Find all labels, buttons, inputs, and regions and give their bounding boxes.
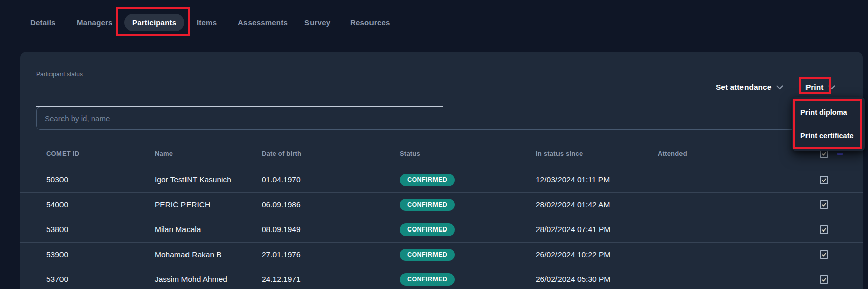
tab-bar: DetailsManagersParticipantsItemsAssessme… <box>0 0 868 39</box>
tab-participants[interactable]: Participants <box>124 14 184 31</box>
attended-checkbox[interactable] <box>820 250 828 259</box>
cell-name: PERIĆ PERICH <box>155 193 210 217</box>
cell-date-of-birth: 24.12.1971 <box>262 267 301 289</box>
cell-date-of-birth: 08.09.1949 <box>262 217 301 242</box>
cell-attended <box>820 217 828 242</box>
set-attendance-label: Set attendance <box>716 81 771 94</box>
cell-comet-id: 54000 <box>46 193 68 217</box>
print-label: Print <box>805 81 823 94</box>
set-attendance-button[interactable]: Set attendance <box>716 81 783 94</box>
cell-status: CONFIRMED <box>400 267 455 289</box>
status-badge: CONFIRMED <box>400 174 455 186</box>
cell-status: CONFIRMED <box>400 217 455 242</box>
menu-item-print-certificate[interactable]: Print certificate <box>792 128 865 143</box>
check-icon <box>821 177 827 183</box>
attended-checkbox[interactable] <box>820 200 828 209</box>
tab-details[interactable]: Details <box>30 18 56 28</box>
cell-name: Milan Macala <box>155 217 201 242</box>
table-row[interactable]: 53900 Mohamad Rakan B 27.01.1976 CONFIRM… <box>20 242 863 267</box>
print-button[interactable]: Print <box>805 81 835 94</box>
column-header-attended[interactable]: Attended <box>658 140 687 167</box>
cell-attended <box>820 243 828 267</box>
tab-managers[interactable]: Managers <box>77 18 113 28</box>
cell-in-status-since: 28/02/2024 07:41 PM <box>536 217 610 242</box>
cell-comet-id: 50300 <box>46 167 68 192</box>
menu-item-print-diploma[interactable]: Print diploma <box>792 105 865 120</box>
table-row[interactable]: 54000 PERIĆ PERICH 06.09.1986 CONFIRMED … <box>20 192 863 217</box>
chevron-down-icon <box>828 85 835 90</box>
status-badge: CONFIRMED <box>400 199 455 211</box>
chevron-down-icon <box>776 85 783 90</box>
search-input[interactable] <box>36 107 854 130</box>
attended-checkbox[interactable] <box>820 176 828 184</box>
cell-comet-id: 53900 <box>46 243 68 267</box>
column-header-name[interactable]: Name <box>155 140 173 167</box>
cell-in-status-since: 12/03/2024 01:11 PM <box>536 167 610 192</box>
column-header-status[interactable]: Status <box>400 140 420 167</box>
cell-attended <box>820 267 828 289</box>
table-row[interactable]: 53700 Jassim Mohd Ahmed 24.12.1971 CONFI… <box>20 267 863 289</box>
check-icon <box>821 252 827 257</box>
cell-in-status-since: 26/02/2024 10:22 PM <box>536 243 610 267</box>
attended-checkbox[interactable] <box>820 225 828 234</box>
column-header-comet-id[interactable]: COMET ID <box>46 140 79 167</box>
cell-date-of-birth: 06.09.1986 <box>262 193 301 217</box>
cell-date-of-birth: 27.01.1976 <box>262 243 301 267</box>
selection-indicator <box>837 153 843 155</box>
column-header-date-of-birth[interactable]: Date of birth <box>262 140 301 167</box>
table-header: COMET ID Name Date of birth Status In st… <box>20 140 863 167</box>
cell-name: Igor TestINT Kasunich <box>155 167 231 192</box>
cell-status: CONFIRMED <box>400 167 455 192</box>
tab-bar-divider <box>20 39 861 39</box>
check-icon <box>821 202 827 207</box>
participants-panel: Participant status Set attendance Print … <box>20 52 863 289</box>
cell-comet-id: 53700 <box>46 267 68 289</box>
tab-survey[interactable]: Survey <box>304 18 330 28</box>
tab-items[interactable]: Items <box>197 18 217 28</box>
table-row[interactable]: 53800 Milan Macala 08.09.1949 CONFIRMED … <box>20 217 863 242</box>
cell-name: Mohamad Rakan B <box>155 243 222 267</box>
table-body: 50300 Igor TestINT Kasunich 01.04.1970 C… <box>20 167 863 289</box>
cell-attended <box>820 193 828 217</box>
column-header-in-status-since[interactable]: In status since <box>536 140 583 167</box>
tab-assessments[interactable]: Assessments <box>238 18 288 28</box>
check-icon <box>821 227 827 233</box>
cell-status: CONFIRMED <box>400 243 455 267</box>
status-badge: CONFIRMED <box>400 223 455 236</box>
status-badge: CONFIRMED <box>400 273 455 286</box>
table-row[interactable]: 50300 Igor TestINT Kasunich 01.04.1970 C… <box>20 167 863 192</box>
cell-status: CONFIRMED <box>400 193 455 217</box>
cell-attended <box>820 167 828 192</box>
participant-status-label: Participant status <box>36 71 83 78</box>
cell-in-status-since: 26/02/2024 05:30 PM <box>536 267 610 289</box>
check-icon <box>821 151 827 156</box>
check-icon <box>821 277 827 282</box>
cell-comet-id: 53800 <box>46 217 68 242</box>
cell-name: Jassim Mohd Ahmed <box>155 267 227 289</box>
attended-checkbox[interactable] <box>820 275 828 284</box>
cell-date-of-birth: 01.04.1970 <box>262 167 301 192</box>
print-dropdown-menu: Print diploma Print certificate <box>792 97 865 151</box>
participant-status-select[interactable] <box>36 95 443 107</box>
cell-in-status-since: 28/02/2024 01:42 AM <box>536 193 610 217</box>
tab-resources[interactable]: Resources <box>350 18 390 28</box>
status-badge: CONFIRMED <box>400 249 455 261</box>
